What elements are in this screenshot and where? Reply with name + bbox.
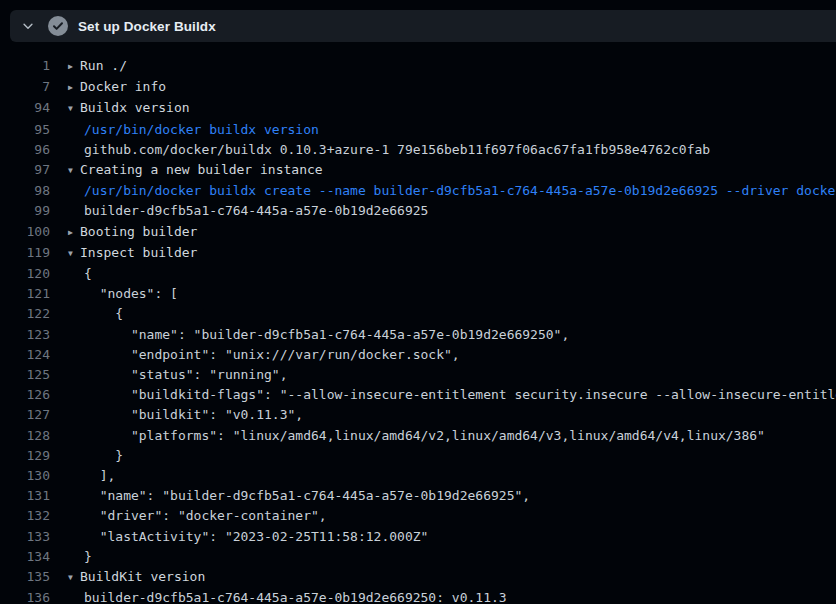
log-group-header[interactable]: ▶Booting builder [68, 222, 197, 243]
log-line: 130 ], [0, 466, 836, 486]
log-line: 96 github.com/docker/buildx 0.10.3+azure… [0, 140, 836, 160]
triangle-down-icon[interactable]: ▼ [68, 568, 80, 588]
log-group-header[interactable]: ▶Run ./ [68, 56, 127, 77]
line-number[interactable]: 100 [0, 222, 50, 243]
log-line: 133 "lastActivity": "2023-02-25T11:58:12… [0, 527, 836, 547]
log-line: 121 "nodes": [ [0, 284, 836, 304]
line-number[interactable]: 120 [0, 264, 50, 284]
log-group-header[interactable]: ▼Inspect builder [68, 243, 197, 264]
line-number[interactable]: 121 [0, 284, 50, 304]
triangle-down-icon[interactable]: ▼ [68, 244, 80, 264]
group-label: Creating a new builder instance [80, 162, 323, 177]
line-number[interactable]: 98 [0, 181, 50, 201]
triangle-right-icon[interactable]: ▶ [68, 57, 80, 77]
line-content: builder-d9cfb5a1-c764-445a-a57e-0b19d2e6… [68, 588, 507, 604]
line-content: "driver": "docker-container", [68, 506, 327, 526]
triangle-right-icon[interactable]: ▶ [68, 223, 80, 243]
log-line: 131 "name": "builder-d9cfb5a1-c764-445a-… [0, 486, 836, 506]
line-content: "buildkit": "v0.11.3", [68, 405, 303, 425]
line-number[interactable]: 132 [0, 506, 50, 526]
line-content: "platforms": "linux/amd64,linux/amd64/v2… [68, 426, 765, 446]
log-line: 127 "buildkit": "v0.11.3", [0, 405, 836, 425]
log-group-header[interactable]: ▼Creating a new builder instance [68, 160, 323, 181]
line-number[interactable]: 135 [0, 567, 50, 588]
line-number[interactable]: 127 [0, 405, 50, 425]
line-content: ], [68, 466, 115, 486]
line-content: { [68, 264, 92, 284]
log-lines: 1 ▶Run ./ 7 ▶Docker info 94 ▼Buildx vers… [0, 42, 836, 604]
group-label: Run ./ [80, 58, 127, 73]
line-number[interactable]: 133 [0, 527, 50, 547]
log-line: 135 ▼BuildKit version [0, 567, 836, 588]
line-number[interactable]: 1 [0, 56, 50, 77]
log-line: 94 ▼Buildx version [0, 98, 836, 119]
line-number[interactable]: 96 [0, 140, 50, 160]
log-line: 98 /usr/bin/docker buildx create --name … [0, 181, 836, 201]
log-line: 99 builder-d9cfb5a1-c764-445a-a57e-0b19d… [0, 201, 836, 221]
line-number[interactable]: 125 [0, 365, 50, 385]
log-line: 122 { [0, 304, 836, 324]
log-line: 132 "driver": "docker-container", [0, 506, 836, 526]
log-line: 136 builder-d9cfb5a1-c764-445a-a57e-0b19… [0, 588, 836, 604]
group-label: Booting builder [80, 224, 197, 239]
line-number[interactable]: 136 [0, 588, 50, 604]
line-number[interactable]: 123 [0, 325, 50, 345]
line-number[interactable]: 126 [0, 385, 50, 405]
log-group-header[interactable]: ▼Buildx version [68, 98, 190, 119]
line-content: "endpoint": "unix:///var/run/docker.sock… [68, 345, 460, 365]
line-content: builder-d9cfb5a1-c764-445a-a57e-0b19d2e6… [68, 201, 428, 221]
log-line: 120 { [0, 264, 836, 284]
group-label: Inspect builder [80, 245, 197, 260]
line-content: "lastActivity": "2023-02-25T11:58:12.000… [68, 527, 428, 547]
chevron-down-icon[interactable] [20, 18, 36, 34]
group-label: BuildKit version [80, 569, 205, 584]
line-number[interactable]: 128 [0, 426, 50, 446]
line-content: "status": "running", [68, 365, 288, 385]
line-content: github.com/docker/buildx 0.10.3+azure-1 … [68, 140, 710, 160]
line-content: /usr/bin/docker buildx create --name bui… [68, 181, 836, 201]
line-number[interactable]: 131 [0, 486, 50, 506]
check-circle-icon [48, 16, 68, 36]
step-title: Set up Docker Buildx [78, 19, 216, 34]
line-content: } [68, 446, 123, 466]
group-label: Buildx version [80, 100, 190, 115]
triangle-down-icon[interactable]: ▼ [68, 161, 80, 181]
line-number[interactable]: 129 [0, 446, 50, 466]
line-content: { [68, 304, 123, 324]
triangle-right-icon[interactable]: ▶ [68, 78, 80, 98]
line-number[interactable]: 122 [0, 304, 50, 324]
line-content: /usr/bin/docker buildx version [68, 120, 319, 140]
log-line: 119 ▼Inspect builder [0, 243, 836, 264]
line-number[interactable]: 124 [0, 345, 50, 365]
log-line: 124 "endpoint": "unix:///var/run/docker.… [0, 345, 836, 365]
log-line: 129 } [0, 446, 836, 466]
log-line: 125 "status": "running", [0, 365, 836, 385]
log-line: 95 /usr/bin/docker buildx version [0, 120, 836, 140]
log-line: 123 "name": "builder-d9cfb5a1-c764-445a-… [0, 325, 836, 345]
line-number[interactable]: 7 [0, 77, 50, 98]
line-number[interactable]: 134 [0, 547, 50, 567]
line-content: "buildkitd-flags": "--allow-insecure-ent… [68, 385, 836, 405]
line-content: "name": "builder-d9cfb5a1-c764-445a-a57e… [68, 486, 530, 506]
line-number[interactable]: 97 [0, 160, 50, 181]
group-label: Docker info [80, 79, 166, 94]
log-line: 134 } [0, 547, 836, 567]
log-group-header[interactable]: ▼BuildKit version [68, 567, 205, 588]
log-line: 128 "platforms": "linux/amd64,linux/amd6… [0, 426, 836, 446]
line-content: "nodes": [ [68, 284, 178, 304]
step-header[interactable]: Set up Docker Buildx [10, 10, 836, 42]
line-number[interactable]: 130 [0, 466, 50, 486]
line-number[interactable]: 94 [0, 98, 50, 119]
log-line: 97 ▼Creating a new builder instance [0, 160, 836, 181]
line-number[interactable]: 119 [0, 243, 50, 264]
triangle-down-icon[interactable]: ▼ [68, 99, 80, 119]
log-line: 1 ▶Run ./ [0, 56, 836, 77]
line-content: } [68, 547, 92, 567]
log-line: 100 ▶Booting builder [0, 222, 836, 243]
line-content: "name": "builder-d9cfb5a1-c764-445a-a57e… [68, 325, 569, 345]
log-line: 126 "buildkitd-flags": "--allow-insecure… [0, 385, 836, 405]
log-group-header[interactable]: ▶Docker info [68, 77, 166, 98]
line-number[interactable]: 99 [0, 201, 50, 221]
log-line: 7 ▶Docker info [0, 77, 836, 98]
line-number[interactable]: 95 [0, 120, 50, 140]
